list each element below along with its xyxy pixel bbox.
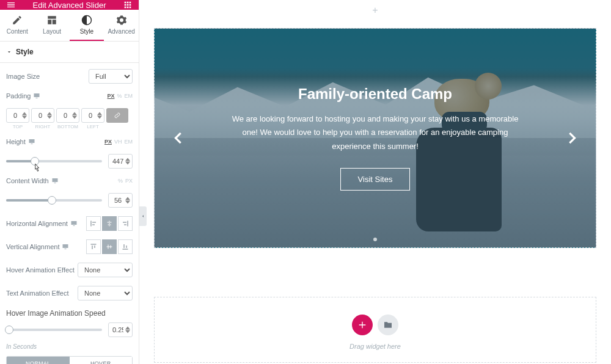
slide-content: Family-oriented Camp We are looking forw… xyxy=(155,29,596,247)
collapse-sidebar-handle[interactable] xyxy=(139,206,147,226)
align-right-icon xyxy=(122,220,129,227)
state-normal-button[interactable]: NORMAL xyxy=(7,357,70,364)
hover-speed-slider[interactable] xyxy=(6,329,102,331)
align-right-button[interactable] xyxy=(118,216,133,231)
align-middle-icon xyxy=(106,243,113,250)
section-style[interactable]: Style xyxy=(0,42,139,63)
unit-pct[interactable]: % xyxy=(118,178,123,184)
unit-vh[interactable]: VH xyxy=(114,139,122,145)
tab-style[interactable]: Style xyxy=(70,10,104,41)
tab-content[interactable]: Content xyxy=(0,10,35,41)
link-icon xyxy=(114,112,121,119)
sidebar-header: Edit Advanced Slider xyxy=(0,0,139,10)
align-bottom-button[interactable] xyxy=(118,239,133,254)
content-width-slider[interactable] xyxy=(6,199,102,202)
v-align-label: Vertical Alignment xyxy=(6,243,69,250)
add-section-top-button[interactable]: + xyxy=(139,0,611,21)
unit-px[interactable]: PX xyxy=(107,93,114,99)
editor-sidebar: Edit Advanced Slider Content Layout Styl… xyxy=(0,0,139,364)
desktop-icon[interactable] xyxy=(51,177,59,184)
caret-down-icon xyxy=(6,49,12,55)
slide-cta-button[interactable]: Visit Sites xyxy=(340,168,411,191)
text-anim-select[interactable]: None xyxy=(78,286,133,300)
desktop-icon[interactable] xyxy=(33,92,40,100)
slider-dots xyxy=(373,238,377,241)
height-label: Height xyxy=(6,138,35,145)
tab-advanced[interactable]: Advanced xyxy=(104,10,139,41)
hover-anim-label: Hover Animation Effect xyxy=(6,266,75,274)
align-center-button[interactable] xyxy=(102,216,117,231)
hover-speed-hint: In Seconds xyxy=(6,343,133,350)
desktop-icon[interactable] xyxy=(62,243,69,250)
editor-tabs: Content Layout Style Advanced xyxy=(0,10,139,42)
template-library-button[interactable] xyxy=(378,315,398,335)
desktop-icon[interactable] xyxy=(28,138,35,145)
header-title: Edit Advanced Slider xyxy=(33,1,106,10)
hover-anim-select[interactable]: None xyxy=(78,263,133,277)
unit-em[interactable]: EM xyxy=(125,139,133,145)
desktop-icon[interactable] xyxy=(70,220,78,227)
hover-speed-label: Hover Image Animation Speed xyxy=(6,309,133,318)
gear-icon xyxy=(116,15,127,26)
slide-text: We are looking forward to hosting you an… xyxy=(229,112,522,153)
align-bottom-icon xyxy=(122,243,129,250)
style-icon xyxy=(81,15,92,26)
image-size-select[interactable]: Full xyxy=(89,69,133,84)
widget-dropzone[interactable]: Drag widget here xyxy=(154,297,596,363)
image-size-label: Image Size xyxy=(6,73,40,80)
add-widget-button[interactable] xyxy=(352,315,373,335)
align-left-icon xyxy=(90,220,97,227)
slide-title: Family-oriented Camp xyxy=(298,86,452,103)
unit-em[interactable]: EM xyxy=(125,93,133,99)
unit-px[interactable]: PX xyxy=(125,178,133,184)
text-anim-label: Text Animation Effect xyxy=(6,289,69,297)
padding-link-button[interactable] xyxy=(106,108,128,123)
dropzone-text: Drag widget here xyxy=(155,343,596,350)
padding-label: Padding xyxy=(6,92,40,100)
align-top-button[interactable] xyxy=(86,239,101,254)
layout-icon xyxy=(46,15,57,26)
apps-grid-icon[interactable] xyxy=(123,0,133,10)
controls-panel: Image Size Full Padding PX % EM TOP RIGH… xyxy=(0,63,139,364)
plus-icon xyxy=(357,320,367,330)
h-align-label: Horizontal Alignment xyxy=(6,220,78,227)
align-left-button[interactable] xyxy=(86,216,101,231)
slider-dot[interactable] xyxy=(373,238,377,241)
state-hover-button[interactable]: HOVER xyxy=(70,357,133,364)
align-top-icon xyxy=(90,243,97,250)
advanced-slider-widget[interactable]: Family-oriented Camp We are looking forw… xyxy=(154,28,596,248)
tab-layout[interactable]: Layout xyxy=(35,10,70,41)
height-slider[interactable] xyxy=(6,160,102,162)
unit-px[interactable]: PX xyxy=(104,139,112,145)
editor-canvas: + Family-oriented Camp We are l xyxy=(139,0,611,364)
hamburger-icon[interactable] xyxy=(6,0,16,10)
pencil-icon xyxy=(12,15,23,26)
align-center-icon xyxy=(106,220,113,227)
chevron-left-icon xyxy=(141,214,145,219)
folder-icon xyxy=(383,320,393,330)
unit-pct[interactable]: % xyxy=(117,93,122,99)
content-width-label: Content Width xyxy=(6,177,59,184)
align-middle-button[interactable] xyxy=(102,239,117,254)
